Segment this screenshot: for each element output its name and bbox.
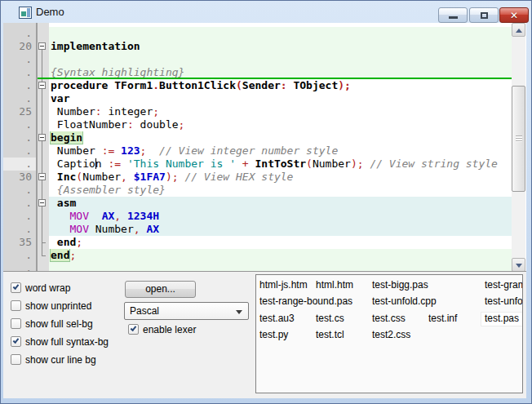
code-line[interactable]: implementation [49, 40, 512, 53]
minus-icon [40, 176, 44, 177]
gutter-line-number: . [3, 144, 36, 158]
vertical-scrollbar[interactable] [512, 23, 525, 272]
scroll-down-button[interactable] [512, 258, 525, 272]
gutter-line-number: . [3, 27, 36, 40]
fold-collapse-icon[interactable] [38, 173, 46, 180]
code-token: // View string style [370, 158, 498, 170]
scrollbar-grip-icon [516, 135, 522, 142]
code-token: ; [76, 236, 82, 248]
file-list-item[interactable]: test-bigg.pas [369, 279, 432, 292]
code-token [127, 171, 134, 183]
title-bar[interactable]: Demo ✕ [0, 0, 532, 23]
code-line[interactable]: MOV Number, AX [49, 223, 512, 236]
fold-collapse-icon[interactable] [38, 199, 46, 206]
file-list-item[interactable]: html.htm [313, 279, 357, 292]
file-list-item[interactable]: test.py [256, 329, 291, 342]
code-token: procedure [51, 79, 114, 91]
file-list-item[interactable]: test.pas [481, 313, 522, 326]
code-token: TObject [293, 79, 338, 91]
code-token [51, 171, 57, 183]
code-line[interactable]: end; [49, 236, 512, 249]
gutter-line-number: . [3, 262, 36, 272]
code-token: IntToStr [255, 158, 306, 170]
gutter-line-number: . [3, 79, 36, 92]
checkbox-label: word wrap [25, 282, 70, 294]
code-token: : [95, 105, 102, 118]
checkbox-box[interactable] [11, 300, 21, 311]
checkbox-box[interactable] [11, 282, 21, 293]
checkbox-box[interactable] [11, 354, 21, 365]
code-token: Inc [57, 171, 76, 183]
checkbox-box[interactable] [11, 336, 21, 347]
file-list-item[interactable]: test.au3 [256, 313, 298, 326]
file-list-item[interactable]: html-js.htm [256, 279, 311, 292]
code-editor[interactable]: implementation{Syntax highlighting}proce… [3, 23, 526, 272]
code-line[interactable]: asm [49, 197, 512, 210]
code-line[interactable] [49, 262, 512, 272]
file-list-item[interactable]: test-unfold.cpp [369, 295, 440, 309]
code-token: , [114, 210, 121, 222]
checkbox-label: enable lexer [143, 324, 196, 335]
code-token: ) [351, 158, 357, 170]
code-line[interactable]: var [49, 92, 512, 105]
file-list-item[interactable]: test2.css [369, 329, 414, 342]
fold-collapse-icon[interactable] [38, 42, 46, 50]
code-line[interactable]: Number := 123; // View integer number st… [49, 144, 512, 158]
code-line[interactable]: MOV AX, 1234H [49, 210, 512, 223]
code-line[interactable]: Caption := 'This Number is ' + IntToStr(… [49, 158, 512, 171]
code-token: begin [51, 131, 82, 144]
gutter-line-number: 25 [3, 105, 36, 118]
code-token [51, 223, 69, 235]
code-token: 1234H [127, 210, 159, 222]
code-line[interactable]: end; [49, 249, 512, 262]
code-token: ; [172, 171, 179, 183]
code-token: Caption [51, 158, 108, 170]
close-icon: ✕ [500, 10, 528, 21]
fold-collapse-icon[interactable] [38, 134, 46, 141]
code-line[interactable]: {Assembler style} [49, 184, 512, 197]
code-token: Number [82, 171, 121, 183]
scrollbar-thumb[interactable] [512, 86, 525, 192]
close-button[interactable]: ✕ [499, 7, 529, 23]
code-line[interactable] [49, 53, 512, 66]
code-token: Number [95, 223, 134, 235]
code-line[interactable]: Inc(Number, $1FA7); // View HEX style [49, 171, 512, 184]
code-token: {Assembler style} [51, 184, 166, 196]
code-token: Number [51, 105, 95, 118]
code-line[interactable]: procedure TForm1.Button1Click(Sender: TO… [49, 79, 512, 92]
lexer-combobox[interactable]: Pascal [124, 302, 249, 320]
scroll-up-button[interactable] [512, 23, 525, 37]
file-listbox[interactable]: html-js.htmhtml.htmtest-bigg.pastest-gra… [255, 274, 523, 393]
file-list-item[interactable]: test-gram [481, 279, 523, 292]
minimize-button[interactable] [438, 7, 468, 23]
code-token: integer [102, 105, 153, 118]
code-token: ( [236, 79, 242, 91]
file-list-item[interactable]: test.tcl [313, 329, 348, 342]
fold-column [38, 23, 49, 272]
fold-collapse-icon[interactable] [38, 82, 46, 89]
code-token: Button1Click [159, 79, 236, 91]
minus-icon [40, 202, 44, 203]
code-token: {Syntax highlighting} [51, 66, 184, 78]
checkbox-box[interactable] [11, 318, 21, 329]
code-line[interactable] [49, 27, 512, 40]
code-token: := [102, 144, 115, 157]
file-list-item[interactable]: test-unfo [481, 295, 523, 309]
client-area: implementation{Syntax highlighting}proce… [3, 23, 526, 398]
maximize-button[interactable] [469, 7, 499, 23]
gutter-line-number: 30 [3, 171, 36, 184]
open-button[interactable]: open... [125, 281, 196, 298]
file-list-item[interactable]: test.inf [425, 313, 460, 326]
code-line[interactable]: begin [49, 131, 512, 144]
code-token [121, 210, 127, 222]
code-token: AX [146, 223, 159, 235]
code-line[interactable]: FloatNumber: double; [49, 118, 512, 131]
file-list-item[interactable]: test.css [369, 313, 409, 326]
code-token: FloatNumber [51, 118, 127, 131]
file-list-item[interactable]: test-range-bound.pas [256, 295, 356, 309]
code-token: AX [102, 210, 115, 222]
checkbox-box[interactable] [128, 324, 139, 335]
file-list-item[interactable]: test.cs [313, 313, 348, 326]
gutter-line-number: . [3, 66, 36, 79]
code-line[interactable]: Number: integer; [49, 105, 512, 118]
